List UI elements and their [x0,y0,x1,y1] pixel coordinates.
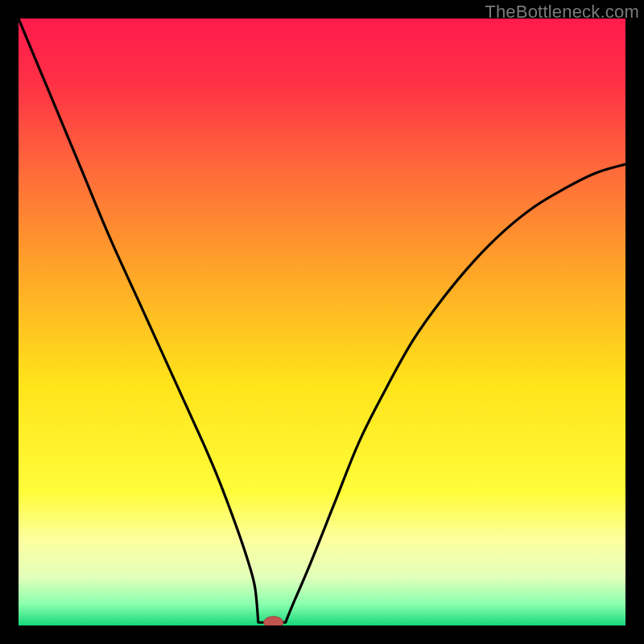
bottleneck-chart [19,19,625,625]
optimum-marker [264,617,283,625]
watermark-text: TheBottleneck.com [485,2,639,23]
chart-frame [19,19,625,625]
